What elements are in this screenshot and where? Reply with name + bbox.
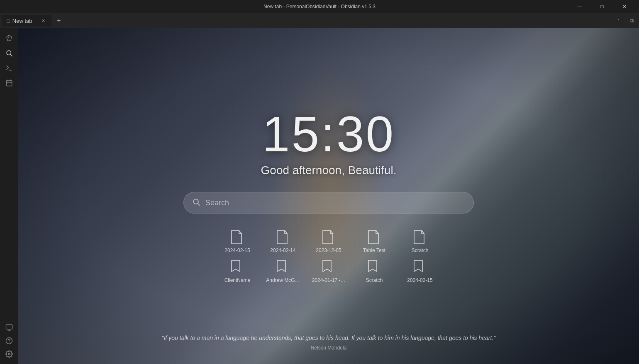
minimize-button[interactable]: — — [570, 0, 589, 13]
calendar-icon — [5, 79, 13, 87]
tabbar: □ New tab ✕ + ˅ ⧉ — [0, 13, 639, 28]
bookmark-item-1[interactable]: ClientName — [219, 260, 256, 283]
svg-rect-5 — [6, 80, 12, 86]
doc-icon-3 — [322, 230, 335, 245]
greeting-text: Good afternoon, Beautiful. — [261, 164, 397, 177]
settings-icon — [5, 350, 13, 358]
recent-item-label-1: 2024-02-15 — [224, 248, 250, 253]
sidebar-item-calendar[interactable] — [2, 76, 16, 90]
tab-dropdown-button[interactable]: ˅ — [612, 15, 624, 27]
recent-item-3[interactable]: 2023-12-05 — [310, 230, 347, 253]
tab-split-button[interactable]: ⧉ — [626, 15, 637, 27]
sidebar-item-search[interactable] — [2, 46, 16, 60]
bookmark-item-3[interactable]: 2024-01-17 -… — [310, 260, 347, 283]
bookmark-icon-5 — [413, 260, 427, 275]
svg-line-3 — [10, 54, 12, 56]
recent-item-2[interactable]: 2024-02-14 — [264, 230, 302, 253]
search-sidebar-icon — [5, 49, 13, 57]
quote-text: "If you talk to a man in a language he u… — [142, 334, 515, 342]
bookmark-icon-2 — [276, 260, 290, 275]
tab-label: New tab — [12, 18, 32, 24]
recent-item-label-2: 2024-02-14 — [270, 248, 295, 253]
app-layout: 15:30 Good afternoon, Beautiful. — [0, 28, 639, 364]
quote-section: "If you talk to a man in a language he u… — [142, 334, 515, 351]
bookmark-icon-3 — [322, 260, 335, 275]
doc-icon-4 — [368, 230, 381, 245]
sidebar-item-screen[interactable] — [2, 321, 16, 334]
svg-line-16 — [198, 203, 200, 205]
bookmark-icon-4 — [368, 260, 381, 275]
tab-extras: ˅ ⧉ — [612, 15, 637, 27]
bookmark-label-1: ClientName — [224, 277, 251, 283]
sidebar-logo[interactable] — [2, 32, 16, 45]
doc-icon-2 — [276, 230, 290, 245]
quote-author: Nelson Mandela — [142, 345, 515, 351]
recent-item-1[interactable]: 2024-02-15 — [219, 230, 256, 253]
tab-doc-icon: □ — [7, 18, 10, 24]
bookmark-label-3: 2024-01-17 -… — [312, 277, 346, 283]
recent-row-bookmarks: ClientName Andrew McG… — [219, 260, 439, 283]
screen-icon — [5, 324, 13, 331]
recent-item-label-3: 2023-12-05 — [316, 248, 341, 253]
doc-icon-5 — [413, 230, 427, 245]
active-tab[interactable]: □ New tab ✕ — [2, 15, 51, 27]
new-tab-button[interactable]: + — [53, 15, 65, 27]
bookmark-item-5[interactable]: 2024-02-15 — [401, 260, 439, 283]
recent-row-docs: 2024-02-15 2024-02-14 — [219, 230, 439, 253]
bookmark-label-5: 2024-02-15 — [407, 277, 432, 283]
svg-rect-9 — [6, 325, 12, 329]
svg-point-12 — [6, 338, 12, 344]
obsidian-icon — [5, 34, 13, 42]
search-icon — [192, 198, 200, 208]
bookmark-label-2: Andrew McG… — [266, 277, 300, 283]
doc-icon-1 — [231, 230, 244, 245]
search-input[interactable] — [205, 199, 465, 207]
sidebar-item-terminal[interactable] — [2, 61, 16, 75]
sidebar-bottom — [2, 321, 16, 361]
maximize-button[interactable]: □ — [593, 0, 612, 13]
search-bar[interactable] — [183, 192, 474, 214]
bookmark-item-2[interactable]: Andrew McG… — [264, 260, 302, 283]
recent-item-5[interactable]: Scratch — [401, 230, 439, 253]
recent-section: 2024-02-15 2024-02-14 — [219, 230, 439, 283]
sidebar-item-settings[interactable] — [2, 347, 16, 361]
recent-item-label-5: Scratch — [412, 248, 429, 253]
recent-item-label-4: Table Test — [363, 248, 385, 253]
recent-item-4[interactable]: Table Test — [356, 230, 393, 253]
clock-display: 15:30 — [262, 109, 395, 159]
help-icon — [5, 337, 13, 345]
svg-point-14 — [8, 353, 10, 355]
svg-marker-0 — [7, 35, 12, 41]
content-layer: 15:30 Good afternoon, Beautiful. — [18, 28, 639, 364]
terminal-icon — [5, 64, 13, 72]
tab-close-button[interactable]: ✕ — [40, 17, 46, 24]
bookmark-item-4[interactable]: Scratch — [356, 260, 393, 283]
main-content: 15:30 Good afternoon, Beautiful. — [18, 28, 639, 364]
window-title: New tab - PersonalObsidianVault - Obsidi… — [263, 4, 376, 10]
sidebar-item-help[interactable] — [2, 334, 16, 347]
window-controls: — □ ✕ — [570, 0, 634, 13]
bookmark-label-4: Scratch — [366, 277, 383, 283]
titlebar: New tab - PersonalObsidianVault - Obsidi… — [0, 0, 639, 13]
sidebar — [0, 28, 18, 364]
bookmark-icon-1 — [231, 260, 244, 275]
close-button[interactable]: ✕ — [615, 0, 634, 13]
